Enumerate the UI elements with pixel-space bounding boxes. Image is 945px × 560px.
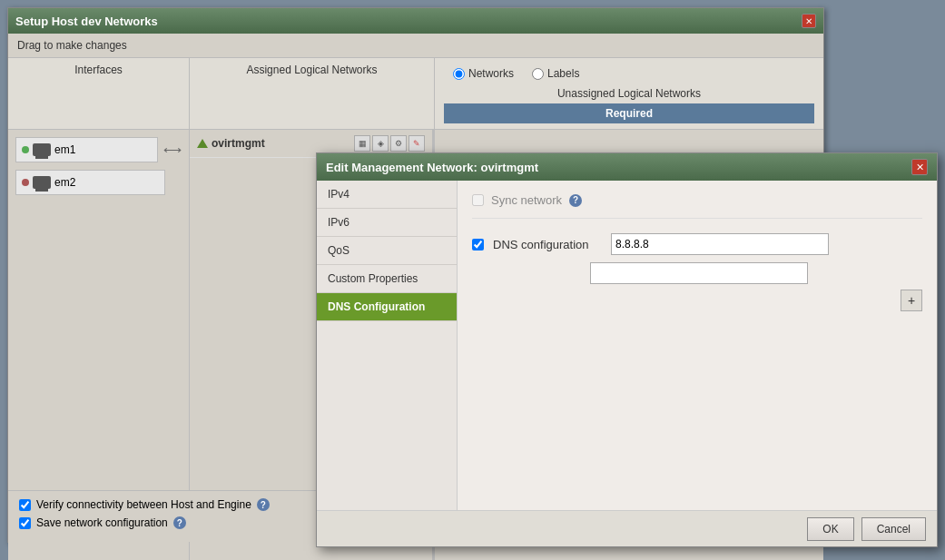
fg-close-button[interactable]: ✕ xyxy=(911,159,928,175)
required-badge: Required xyxy=(444,103,814,123)
fg-dialog-body: IPv4 IPv6 QoS Custom Properties DNS Conf… xyxy=(317,181,937,510)
em2-label: em2 xyxy=(54,176,75,189)
bg-dialog-titlebar: Setup Host dev Networks ✕ xyxy=(8,8,823,34)
networks-radio-option[interactable]: Networks xyxy=(453,67,514,80)
dns-server-2-input[interactable] xyxy=(590,262,808,284)
labels-radio-option[interactable]: Labels xyxy=(532,67,579,80)
networks-radio[interactable] xyxy=(453,68,465,80)
em1-label: em1 xyxy=(54,143,75,156)
column-headers: Interfaces Assigned Logical Networks Net… xyxy=(8,58,823,130)
em1-interface: em1 xyxy=(15,137,158,162)
radio-area: Networks Labels xyxy=(444,64,814,84)
col-interfaces-header: Interfaces xyxy=(8,58,190,129)
ok-button[interactable]: OK xyxy=(807,517,853,541)
nav-item-custom-properties[interactable]: Custom Properties xyxy=(317,265,457,293)
network-icon-1[interactable]: ▦ xyxy=(354,135,370,152)
list-item: em1 ⟷ xyxy=(15,137,182,162)
dns-config-label: DNS configuration xyxy=(493,238,602,251)
fg-dialog-footer: OK Cancel xyxy=(317,510,937,546)
bg-dialog-title: Setup Host dev Networks xyxy=(15,15,158,28)
dns-server-2-row xyxy=(590,262,922,284)
fg-content-area: Sync network ? DNS configuration + xyxy=(458,181,937,510)
arrow-icon: ⟷ xyxy=(163,142,182,157)
fg-dialog-titlebar: Edit Management Network: ovirtmgmt ✕ xyxy=(317,153,937,181)
save-label: Save network configuration xyxy=(36,516,168,529)
labels-radio-label: Labels xyxy=(547,67,579,80)
network-icon-2[interactable]: ◈ xyxy=(372,135,389,152)
nav-item-qos[interactable]: QoS xyxy=(317,237,457,265)
col-right-area: Networks Labels Unassigned Logical Netwo… xyxy=(435,58,823,129)
sync-network-checkbox[interactable] xyxy=(472,194,484,206)
network-name: ovirtmgmt xyxy=(212,137,350,150)
save-checkbox[interactable] xyxy=(19,517,31,529)
add-dns-button[interactable]: + xyxy=(901,290,922,311)
network-action-icons: ▦ ◈ ⚙ ✎ xyxy=(354,135,425,152)
nav-item-ipv6[interactable]: IPv6 xyxy=(317,209,457,237)
labels-radio[interactable] xyxy=(532,68,544,80)
col-assigned-header: Assigned Logical Networks xyxy=(190,58,435,129)
edit-network-dialog: Edit Management Network: ovirtmgmt ✕ IPv… xyxy=(316,152,938,547)
nic-icon xyxy=(33,176,51,189)
sync-network-label: Sync network xyxy=(491,193,562,207)
network-edit-icon[interactable]: ✎ xyxy=(409,135,425,152)
dns-config-checkbox[interactable] xyxy=(472,239,484,251)
verify-label: Verify connectivity between Host and Eng… xyxy=(36,498,251,511)
dns-server-1-input[interactable] xyxy=(611,233,829,255)
em2-interface: em2 xyxy=(15,170,165,195)
list-item: em2 xyxy=(15,170,182,195)
networks-radio-label: Networks xyxy=(468,67,514,80)
unassigned-label: Unassigned Logical Networks xyxy=(444,84,814,103)
nic-icon xyxy=(33,143,51,156)
status-dot xyxy=(22,146,29,153)
network-status-icon xyxy=(197,139,208,148)
network-icon-3[interactable]: ⚙ xyxy=(390,135,407,152)
add-dns-row: + xyxy=(590,290,922,311)
nav-item-ipv4[interactable]: IPv4 xyxy=(317,181,457,209)
save-help-icon[interactable]: ? xyxy=(173,516,186,529)
drag-hint: Drag to make changes xyxy=(8,34,823,58)
verify-help-icon[interactable]: ? xyxy=(257,498,270,511)
fg-dialog-title: Edit Management Network: ovirtmgmt xyxy=(326,161,538,174)
nav-item-dns-configuration[interactable]: DNS Configuration xyxy=(317,293,457,321)
cancel-button[interactable]: Cancel xyxy=(861,517,926,541)
sync-network-area: Sync network ? xyxy=(472,193,922,219)
bg-close-button[interactable]: ✕ xyxy=(802,14,816,28)
dns-config-row: DNS configuration xyxy=(472,233,922,255)
status-dot xyxy=(22,179,29,186)
verify-checkbox[interactable] xyxy=(19,499,31,511)
fg-nav: IPv4 IPv6 QoS Custom Properties DNS Conf… xyxy=(317,181,458,510)
interface-list: em1 ⟷ em2 xyxy=(8,130,189,202)
sync-help-icon[interactable]: ? xyxy=(569,194,582,207)
